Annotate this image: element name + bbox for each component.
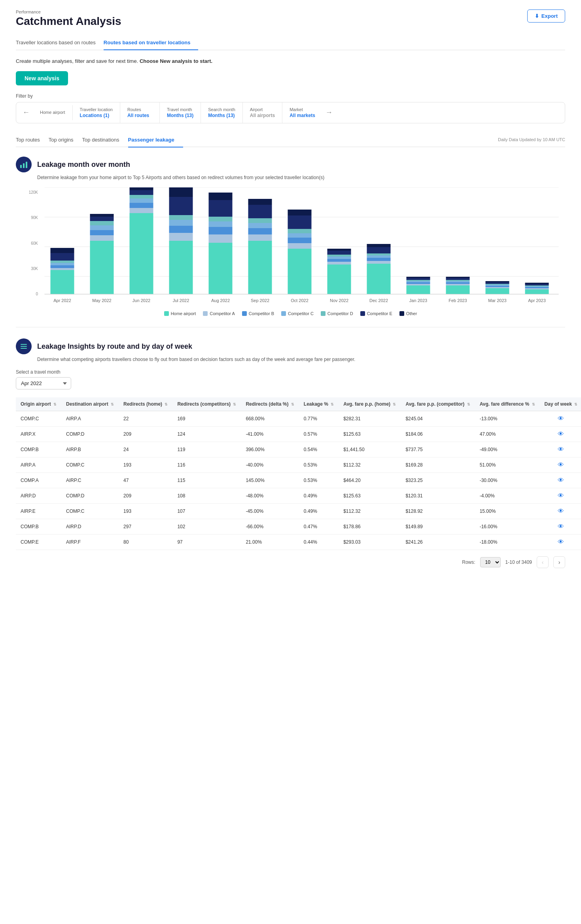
svg-rect-0 — [20, 165, 22, 168]
legend-color-other — [399, 311, 404, 316]
svg-text:Feb 2023: Feb 2023 — [449, 298, 467, 303]
cell-avg-fare-home: $282.31 — [339, 411, 401, 427]
filter-search-month[interactable]: Search month Months (13) — [201, 102, 242, 123]
eye-icon[interactable]: 👁 — [558, 523, 564, 530]
eye-icon[interactable]: 👁 — [558, 508, 564, 514]
eye-icon[interactable]: 👁 — [558, 446, 564, 453]
cell-redirects-home: 297 — [119, 519, 172, 535]
svg-rect-17 — [90, 230, 114, 235]
cell-day-of-week[interactable]: 👁 — [540, 488, 581, 504]
svg-rect-13 — [51, 253, 74, 261]
sub-tab-top-destinations[interactable]: Top destinations — [82, 133, 128, 147]
eye-icon[interactable]: 👁 — [558, 461, 564, 468]
svg-text:Nov 2022: Nov 2022 — [330, 298, 348, 303]
pagination-row: Rows: 10 25 50 1-10 of 3409 ‹ › — [16, 556, 565, 568]
cell-day-of-week[interactable]: 👁 — [540, 442, 581, 457]
cell-day-of-week[interactable]: 👁 — [540, 504, 581, 519]
cell-day-of-week[interactable]: 👁 — [540, 519, 581, 535]
eye-icon[interactable]: 👁 — [558, 477, 564, 484]
filter-airport[interactable]: Airport All airports — [243, 102, 282, 123]
filter-prev-button[interactable]: ← — [19, 104, 33, 121]
svg-rect-14 — [51, 248, 74, 253]
sub-tab-passenger-leakage[interactable]: Passenger leakage — [128, 133, 183, 147]
leakage-insights-title: Leakage Insights by route and by day of … — [37, 342, 192, 351]
svg-rect-98 — [525, 283, 549, 284]
cell-destination: COMP.C — [61, 504, 119, 519]
cell-day-of-week[interactable]: 👁 — [540, 473, 581, 488]
filter-routes[interactable]: Routes All routes — [120, 102, 160, 123]
cell-avg-fare-comp: $149.89 — [401, 519, 475, 535]
cell-avg-fare-home: $178.86 — [339, 519, 401, 535]
filter-home-airport[interactable]: Home airport — [33, 105, 73, 120]
cell-avg-fare-comp: $169.28 — [401, 457, 475, 473]
svg-rect-11 — [51, 263, 74, 265]
cell-day-of-week[interactable]: 👁 — [540, 535, 581, 550]
next-page-button[interactable]: › — [553, 556, 565, 568]
col-origin[interactable]: Origin airport ⇅ — [16, 397, 61, 411]
svg-rect-29 — [169, 241, 193, 294]
cell-avg-fare-comp: $184.06 — [401, 427, 475, 442]
cell-redirects-comp: 116 — [172, 457, 241, 473]
svg-rect-51 — [288, 243, 312, 249]
cell-avg-fare-home: $112.32 — [339, 504, 401, 519]
filter-next-button[interactable]: → — [322, 104, 336, 121]
svg-rect-87 — [486, 286, 509, 287]
cell-day-of-week[interactable]: 👁 — [540, 457, 581, 473]
cell-redirects-home: 22 — [119, 411, 172, 427]
cell-avg-fare-comp: $241.26 — [401, 535, 475, 550]
svg-text:Jun 2022: Jun 2022 — [132, 298, 150, 303]
sub-tab-top-routes[interactable]: Top routes — [16, 133, 49, 147]
rows-label: Rows: — [462, 559, 475, 565]
col-destination[interactable]: Destination airport ⇅ — [61, 397, 119, 411]
col-day-of-week[interactable]: Day of week ⇅ — [540, 397, 581, 411]
filter-market[interactable]: Market All markets — [282, 102, 322, 123]
svg-rect-45 — [248, 228, 272, 234]
svg-rect-81 — [446, 281, 470, 282]
cell-redirects-home: 47 — [119, 473, 172, 488]
svg-text:May 2022: May 2022 — [92, 298, 111, 303]
cell-day-of-week[interactable]: 👁 — [540, 427, 581, 442]
leakage-bar-chart: Apr 2022 May 2022 Jun 2022 Jul 2022 Aug … — [38, 187, 565, 306]
svg-text:Oct 2022: Oct 2022 — [291, 298, 308, 303]
cell-origin: AIRP.D — [16, 488, 61, 504]
svg-rect-114 — [21, 344, 27, 345]
col-leakage[interactable]: Leakage % ⇅ — [299, 397, 339, 411]
cell-avg-fare-diff: 51.00% — [475, 457, 540, 473]
col-avg-fare-home[interactable]: Avg. fare p.p. (home) ⇅ — [339, 397, 401, 411]
prev-page-button[interactable]: ‹ — [537, 556, 549, 568]
cell-origin: COMP.C — [16, 411, 61, 427]
travel-month-select[interactable]: Apr 2022 May 2022 Jun 2022 Jul 2022 Aug … — [16, 377, 71, 389]
svg-rect-82 — [446, 280, 470, 281]
col-avg-fare-comp[interactable]: Avg. fare p.p. (competitor) ⇅ — [401, 397, 475, 411]
svg-text:Apr 2023: Apr 2023 — [528, 298, 546, 303]
col-avg-fare-diff[interactable]: Avg. fare difference % ⇅ — [475, 397, 540, 411]
svg-rect-52 — [288, 238, 312, 243]
eye-icon[interactable]: 👁 — [558, 492, 564, 499]
eye-icon[interactable]: 👁 — [558, 539, 564, 545]
cell-avg-fare-home: $1,441.50 — [339, 442, 401, 457]
col-redirects-delta[interactable]: Redirects (delta %) ⇅ — [241, 397, 299, 411]
legend-color-comp-a — [203, 311, 208, 316]
col-redirects-comp[interactable]: Redirects (competitors) ⇅ — [172, 397, 241, 411]
filter-bar: ← Home airport Traveller location Locati… — [16, 102, 565, 123]
cell-day-of-week[interactable]: 👁 — [540, 411, 581, 427]
cell-leakage: 0.49% — [299, 488, 339, 504]
filter-travel-month[interactable]: Travel month Months (13) — [160, 102, 201, 123]
cell-redirects-home: 193 — [119, 504, 172, 519]
table-row: AIRP.E COMP.C 193 107 -45.00% 0.49% $112… — [16, 504, 581, 519]
eye-icon[interactable]: 👁 — [558, 431, 564, 437]
tab-routes-based[interactable]: Routes based on traveller locations — [104, 36, 199, 50]
description: Create multiple analyses, filter and sav… — [16, 58, 565, 64]
sub-tab-top-origins[interactable]: Top origins — [49, 133, 82, 147]
export-button[interactable]: ⬇ Export — [527, 9, 565, 23]
new-analysis-button[interactable]: New analysis — [16, 71, 68, 85]
svg-rect-26 — [130, 195, 153, 198]
eye-icon[interactable]: 👁 — [558, 415, 564, 422]
svg-rect-96 — [525, 285, 549, 286]
rows-select[interactable]: 10 25 50 — [480, 557, 501, 567]
filter-traveller-location[interactable]: Traveller location Locations (1) — [73, 102, 120, 123]
col-redirects-home[interactable]: Redirects (home) ⇅ — [119, 397, 172, 411]
cell-leakage: 0.57% — [299, 427, 339, 442]
legend-color-comp-b — [242, 311, 247, 316]
tab-traveller-locations[interactable]: Traveller locations based on routes — [16, 36, 104, 50]
